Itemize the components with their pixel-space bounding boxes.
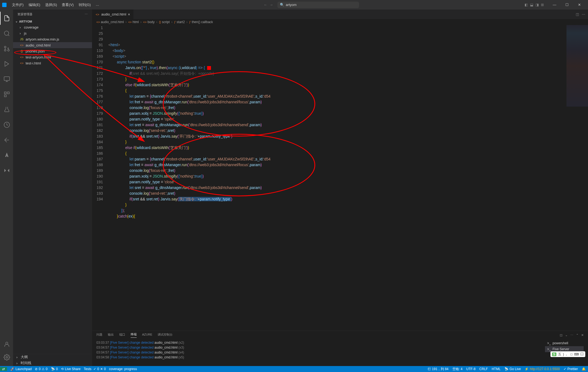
file-test-artyom.html[interactable]: <>test-artyom.html bbox=[13, 54, 92, 60]
breadcrumb-1[interactable]: <> html bbox=[128, 20, 139, 24]
ime-toolbar[interactable]: S 五 ) 。 □ ⌨ 囗 bbox=[550, 351, 585, 357]
menu-转到(G)[interactable]: 转到(G) bbox=[76, 1, 93, 8]
source-control-icon[interactable] bbox=[0, 42, 13, 55]
file-test-i.html[interactable]: <>test-i.html bbox=[13, 60, 92, 66]
remote-indicator[interactable]: ⇄ bbox=[0, 367, 7, 371]
breadcrumb-3[interactable]: {} script bbox=[159, 20, 170, 24]
panel-close-icon[interactable]: ✕ bbox=[581, 333, 584, 337]
share-icon[interactable] bbox=[0, 134, 13, 147]
vs-icon[interactable] bbox=[0, 164, 13, 177]
editor-area: <> audio_cmd.html × ◫ ⋯ <> audio_cmd.htm… bbox=[92, 10, 588, 366]
breadcrumb-0[interactable]: <> audio_cmd.html bbox=[96, 20, 124, 24]
outline-section[interactable]: ›大纲 bbox=[13, 354, 92, 360]
more-icon[interactable]: ⋯ bbox=[85, 13, 88, 16]
panel-tab-问题[interactable]: 问题 bbox=[96, 333, 102, 338]
code-editor[interactable]: 1252991110169170171172173174175176177178… bbox=[92, 25, 588, 331]
terminal-powershell[interactable]: >_powershell bbox=[545, 340, 584, 346]
language-status[interactable]: HTML bbox=[492, 367, 501, 371]
notifications-icon[interactable]: 🔔 bbox=[582, 367, 586, 371]
launchpad-status[interactable]: 🚀 Launchpad bbox=[10, 367, 32, 371]
split-editor-icon[interactable]: ◫ bbox=[576, 12, 579, 16]
ports-status[interactable]: 📡 0 bbox=[51, 367, 58, 371]
vscode-icon bbox=[2, 3, 7, 7]
panel-tab-端口[interactable]: 端口 bbox=[119, 333, 125, 338]
panel-tab-输出[interactable]: 输出 bbox=[108, 333, 114, 338]
server-url-status[interactable]: ⚡ http://127.0.0.1:5500 bbox=[525, 367, 560, 371]
sidebar-header: 资源管理器 ⋯ bbox=[13, 10, 92, 19]
menu-查看(V)[interactable]: 查看(V) bbox=[60, 1, 76, 8]
layout-controls: ◧ ⬓ ◨ ⊞ bbox=[525, 3, 544, 7]
remote-explorer-icon[interactable] bbox=[0, 73, 13, 86]
sidebar-title: 资源管理器 bbox=[17, 12, 32, 16]
panel-more-icon[interactable]: ⋯ bbox=[570, 333, 573, 337]
panel-tab-调试控制台[interactable]: 调试控制台 bbox=[158, 333, 173, 338]
breadcrumbs[interactable]: <> audio_cmd.html›<> html›<> body›{} scr… bbox=[92, 19, 588, 25]
svg-rect-6 bbox=[4, 77, 10, 80]
svg-point-2 bbox=[4, 46, 6, 48]
nav-arrows: ← → bbox=[264, 3, 273, 7]
command-center[interactable]: 🔍 artyom bbox=[277, 2, 359, 8]
svg-point-4 bbox=[4, 49, 6, 51]
layout-panel-icon[interactable]: ⬓ bbox=[530, 3, 533, 7]
panel-maximize-icon[interactable]: ⌃ bbox=[576, 333, 578, 337]
menu-bar: 文件(F)编辑(E)选择(S)查看(V)转到(G)… bbox=[10, 1, 101, 8]
accounts-icon[interactable] bbox=[0, 338, 13, 351]
project-header[interactable]: ⌄ ARTYOM bbox=[13, 19, 92, 24]
layout-customize-icon[interactable]: ⊞ bbox=[541, 3, 544, 7]
menu-文件(F)[interactable]: 文件(F) bbox=[10, 1, 26, 8]
panel-tab-终端[interactable]: 终端 bbox=[131, 332, 137, 338]
close-tab-icon[interactable]: × bbox=[128, 12, 130, 17]
nav-forward-icon[interactable]: → bbox=[270, 3, 273, 7]
file-audio_cmd.html[interactable]: <>audio_cmd.html bbox=[13, 42, 92, 48]
file-js[interactable]: ›js bbox=[13, 30, 92, 36]
search-activity-icon[interactable] bbox=[0, 27, 13, 40]
nav-back-icon[interactable]: ← bbox=[264, 3, 267, 7]
panel-tab-AZURE[interactable]: AZURE bbox=[142, 333, 152, 337]
terminal-output[interactable]: 03:03:37 [Five Server] change detected a… bbox=[96, 340, 543, 365]
indentation-status[interactable]: 空格: 4 bbox=[452, 367, 463, 371]
eol-status[interactable]: CRLF bbox=[479, 367, 488, 371]
timeline-icon[interactable] bbox=[0, 118, 13, 131]
extensions-icon[interactable] bbox=[0, 88, 13, 101]
sidebar: 资源管理器 ⋯ ⌄ ARTYOM ›coverage›jsJSartyom.wi… bbox=[13, 10, 92, 366]
tests-status[interactable]: Tests ✓ 0 ✕ 0 bbox=[84, 367, 106, 371]
html-file-icon: <> bbox=[95, 13, 100, 16]
breadcrumb-4[interactable]: ƒ start2 bbox=[174, 20, 185, 24]
file-coverage[interactable]: ›coverage bbox=[13, 24, 92, 30]
go-live-status[interactable]: 📡 Go Live bbox=[504, 367, 521, 371]
code-content[interactable]: <html> <body> <script> async function st… bbox=[108, 25, 566, 331]
svg-point-0 bbox=[4, 31, 9, 35]
maximize-button[interactable]: ☐ bbox=[561, 0, 573, 10]
menu-…[interactable]: … bbox=[93, 1, 101, 8]
encoding-status[interactable]: UTF-8 bbox=[466, 367, 476, 371]
close-button[interactable]: ✕ bbox=[573, 0, 586, 10]
azure-icon[interactable] bbox=[0, 149, 13, 162]
menu-编辑(E)[interactable]: 编辑(E) bbox=[26, 1, 42, 8]
file-artyom.window.min.js[interactable]: JSartyom.window.min.js bbox=[13, 36, 92, 42]
live-share-status[interactable]: ⟲ Live Share bbox=[61, 367, 80, 371]
terminal-line: 03:04:58 [Five Server] change detected a… bbox=[96, 355, 543, 360]
panel-split-icon[interactable]: ◫ bbox=[560, 333, 562, 337]
settings-icon[interactable] bbox=[0, 351, 13, 364]
cursor-position[interactable]: 行 191，列 84 bbox=[428, 367, 448, 371]
file-phones.json[interactable]: {}phones.json bbox=[13, 48, 92, 54]
panel-chevron-icon[interactable]: ⌄ bbox=[565, 333, 568, 337]
prettier-status[interactable]: ✓ Prettier bbox=[564, 367, 578, 371]
layout-primary-icon[interactable]: ◧ bbox=[525, 3, 528, 7]
breadcrumb-5[interactable]: ƒ then() callback bbox=[189, 20, 213, 24]
minimap[interactable] bbox=[566, 25, 588, 331]
timeline-section[interactable]: ›时间线 bbox=[13, 360, 92, 366]
bottom-panel: 问题输出端口终端AZURE调试控制台 ◫ ⌄ ⋯ ⌃ ✕ 03:03:37 [F… bbox=[92, 331, 588, 366]
run-debug-icon[interactable] bbox=[0, 57, 13, 70]
menu-选择(S)[interactable]: 选择(S) bbox=[43, 1, 59, 8]
more-actions-icon[interactable]: ⋯ bbox=[582, 12, 585, 16]
file-tree: ›coverage›jsJSartyom.window.min.js<>audi… bbox=[13, 24, 92, 354]
breadcrumb-2[interactable]: <> body bbox=[143, 20, 155, 24]
explorer-icon[interactable] bbox=[0, 12, 13, 25]
layout-secondary-icon[interactable]: ◨ bbox=[535, 3, 539, 7]
minimize-button[interactable]: — bbox=[548, 0, 561, 10]
problems-status[interactable]: ⊘ 0 ⚠ 0 bbox=[35, 367, 47, 371]
testing-icon[interactable] bbox=[0, 103, 13, 116]
coverage-status[interactable]: coverage: progress bbox=[109, 367, 137, 371]
tab-audio-cmd[interactable]: <> audio_cmd.html × bbox=[92, 10, 134, 19]
